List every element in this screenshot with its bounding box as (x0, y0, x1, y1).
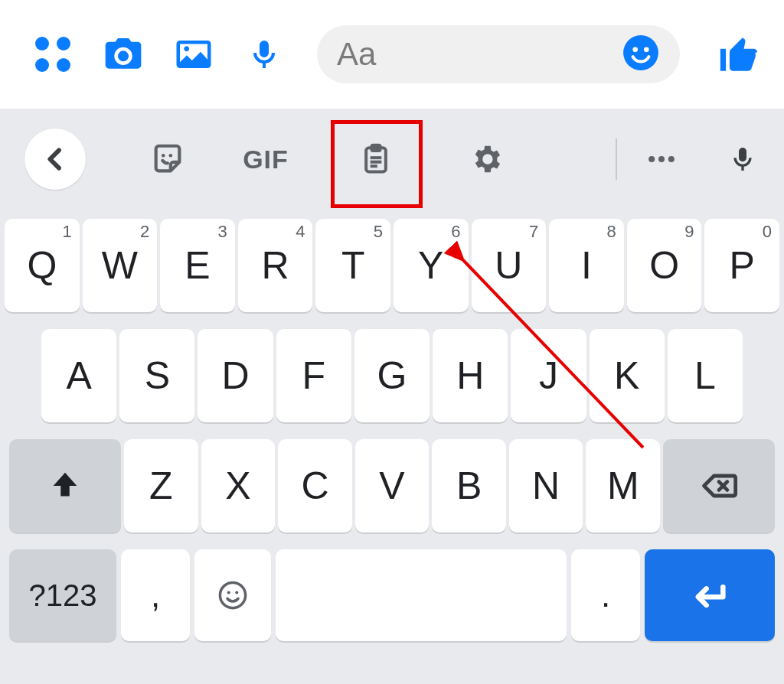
keyboard: GIF 1Q2W3E4R5T6Y7U8I9O0P ASDFGHJKL ZXCVB… (0, 109, 784, 684)
key-w[interactable]: 2W (83, 219, 158, 312)
key-g[interactable]: G (354, 329, 430, 422)
emoji-key[interactable] (194, 549, 271, 641)
key-r[interactable]: 4R (238, 219, 313, 312)
space-key[interactable] (276, 549, 567, 641)
more-icon[interactable] (631, 129, 692, 190)
key-x[interactable]: X (201, 439, 276, 533)
toolbar-divider (616, 138, 617, 180)
svg-point-16 (227, 591, 230, 594)
clipboard-icon[interactable] (334, 129, 418, 190)
key-q[interactable]: 1Q (5, 219, 80, 312)
key-u[interactable]: 7U (472, 219, 547, 312)
backspace-key[interactable] (663, 439, 775, 533)
microphone-icon[interactable] (242, 32, 286, 77)
svg-point-10 (648, 156, 655, 162)
four-dots-icon (35, 37, 70, 72)
thumbs-up-icon[interactable] (717, 32, 761, 77)
apps-icon[interactable] (31, 32, 75, 77)
key-d[interactable]: D (198, 329, 273, 422)
svg-point-17 (235, 591, 238, 594)
symbols-key[interactable]: ?123 (9, 549, 116, 641)
keyboard-toolbar: GIF (0, 113, 784, 205)
key-z[interactable]: Z (124, 439, 198, 533)
shift-key[interactable] (9, 439, 121, 533)
gallery-icon[interactable] (172, 32, 216, 77)
voice-icon[interactable] (712, 129, 773, 190)
sticker-icon[interactable] (126, 129, 210, 190)
emoji-icon[interactable] (622, 34, 660, 75)
svg-point-0 (623, 35, 658, 70)
key-t[interactable]: 5T (315, 219, 390, 312)
key-o[interactable]: 9O (627, 219, 702, 312)
key-j[interactable]: J (511, 329, 586, 422)
period-key[interactable]: . (571, 549, 640, 641)
svg-rect-6 (372, 145, 381, 151)
svg-point-12 (668, 156, 675, 162)
keyboard-keys: 1Q2W3E4R5T6Y7U8I9O0P ASDFGHJKL ZXCVBNM ?… (0, 205, 784, 647)
key-a[interactable]: A (41, 329, 116, 422)
settings-icon[interactable] (444, 129, 528, 190)
key-m[interactable]: M (586, 439, 660, 533)
key-e[interactable]: 3E (160, 219, 235, 312)
composer-bar: Aa (0, 0, 784, 109)
key-i[interactable]: 8I (549, 219, 624, 312)
key-row-2: ASDFGHJKL (5, 329, 779, 422)
svg-point-15 (220, 582, 245, 607)
collapse-button[interactable] (24, 129, 86, 190)
message-input[interactable]: Aa (317, 25, 680, 83)
key-b[interactable]: B (432, 439, 506, 533)
key-k[interactable]: K (590, 329, 665, 422)
key-s[interactable]: S (119, 329, 194, 422)
message-placeholder: Aa (337, 36, 376, 73)
svg-point-1 (632, 47, 638, 53)
comma-key[interactable]: , (121, 549, 190, 641)
svg-point-2 (644, 47, 649, 53)
camera-icon[interactable] (101, 32, 145, 77)
svg-point-3 (162, 154, 165, 158)
key-n[interactable]: N (509, 439, 583, 533)
gif-button[interactable]: GIF (224, 129, 308, 190)
key-row-4: ?123 , . (5, 549, 779, 641)
key-v[interactable]: V (355, 439, 430, 533)
key-h[interactable]: H (433, 329, 508, 422)
svg-point-4 (169, 154, 173, 158)
key-y[interactable]: 6Y (394, 219, 469, 312)
enter-key[interactable] (645, 549, 775, 641)
key-p[interactable]: 0P (704, 219, 779, 312)
svg-point-11 (658, 156, 665, 162)
key-l[interactable]: L (668, 329, 743, 422)
key-c[interactable]: C (278, 439, 352, 533)
key-f[interactable]: F (276, 329, 351, 422)
key-row-3: ZXCVBNM (5, 439, 779, 533)
key-row-1: 1Q2W3E4R5T6Y7U8I9O0P (5, 219, 779, 312)
